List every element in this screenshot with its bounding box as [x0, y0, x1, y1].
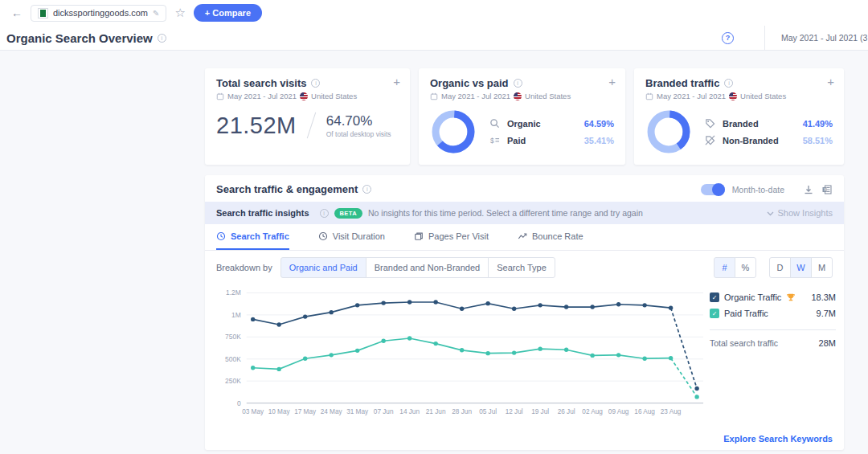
edit-icon[interactable]: [153, 9, 159, 18]
info-icon[interactable]: [514, 79, 522, 88]
legend-label: Branded: [723, 119, 785, 129]
legend-checkbox[interactable]: [710, 292, 719, 302]
data-point[interactable]: [381, 339, 385, 343]
legend-value: 9.7M: [817, 309, 836, 318]
calendar-icon: [645, 92, 653, 100]
organic-paid-donut-chart: [430, 108, 477, 155]
data-point[interactable]: [616, 302, 620, 306]
breakdown-search-type[interactable]: Search Type: [488, 257, 555, 278]
format--[interactable]: %: [735, 257, 756, 278]
breakdown-branded-and-non-branded[interactable]: Branded and Non-Branded: [366, 257, 489, 278]
show-insights-button[interactable]: Show Insights: [767, 208, 833, 218]
excel-export-icon[interactable]: X: [821, 184, 833, 195]
granularity-w[interactable]: W: [790, 257, 812, 278]
download-icon[interactable]: [803, 184, 814, 195]
data-point[interactable]: [512, 350, 516, 354]
svg-text:X: X: [824, 186, 827, 191]
card-title: Total search visits: [216, 77, 306, 89]
tab-search-traffic[interactable]: Search Traffic: [216, 224, 289, 250]
svg-text:16 Aug: 16 Aug: [634, 408, 655, 415]
add-to-dashboard-icon[interactable]: [393, 75, 400, 88]
pages-per-visit-icon: [414, 231, 424, 241]
tab-pages-per-visit[interactable]: Pages Per Visit: [414, 224, 489, 250]
data-point[interactable]: [564, 348, 568, 352]
legend-item-organic-traffic[interactable]: Organic Traffic18.3M: [710, 292, 836, 302]
back-arrow-icon[interactable]: [11, 6, 23, 19]
search-traffic-trend-chart: 0250K500K750K1M1.2M03 May10 May17 May24 …: [215, 286, 710, 423]
breakdown-organic-and-paid[interactable]: Organic and Paid: [280, 257, 366, 278]
data-point[interactable]: [329, 310, 333, 314]
tab-visit-duration[interactable]: Visit Duration: [318, 224, 385, 250]
info-icon[interactable]: [158, 34, 166, 43]
info-icon[interactable]: [320, 209, 329, 218]
format--[interactable]: #: [714, 257, 735, 278]
star-icon[interactable]: [174, 6, 185, 20]
data-point[interactable]: [485, 301, 489, 305]
total-search-traffic-value: 28M: [819, 338, 836, 348]
data-point[interactable]: [616, 353, 620, 357]
data-point[interactable]: [590, 354, 594, 358]
date-range-label: May 2021 - Jul 2021 (3 Mo: [781, 33, 868, 43]
data-point[interactable]: [407, 336, 411, 340]
metric-tabs: Search TrafficVisit DurationPages Per Vi…: [205, 224, 844, 251]
data-point[interactable]: [355, 303, 359, 307]
data-point[interactable]: [694, 387, 698, 391]
data-point[interactable]: [433, 300, 437, 304]
info-icon[interactable]: [311, 79, 320, 88]
granularity-d[interactable]: D: [769, 257, 791, 278]
card-date-range: May 2021 - Jul 2021: [227, 92, 297, 100]
insights-title: Search traffic insights: [216, 208, 309, 218]
data-point[interactable]: [538, 346, 542, 350]
svg-text:0: 0: [237, 399, 241, 407]
data-point[interactable]: [251, 317, 255, 321]
info-icon[interactable]: [724, 79, 733, 88]
svg-text:750K: 750K: [225, 333, 241, 341]
data-point[interactable]: [590, 305, 594, 309]
svg-text:05 Jul: 05 Jul: [479, 408, 497, 415]
data-point[interactable]: [460, 348, 464, 352]
data-point[interactable]: [694, 395, 698, 399]
add-to-dashboard-icon[interactable]: [827, 75, 834, 88]
tab-bounce-rate[interactable]: Bounce Rate: [518, 224, 583, 250]
data-point[interactable]: [642, 303, 646, 307]
us-flag-icon: [514, 92, 522, 100]
date-range-picker[interactable]: May 2021 - Jul 2021 (3 Mo: [765, 33, 868, 43]
data-point[interactable]: [355, 349, 359, 353]
total-search-visits-card: Total search visits May 2021 - Jul 2021 …: [205, 68, 410, 165]
data-point[interactable]: [538, 303, 542, 307]
help-icon[interactable]: [722, 32, 734, 44]
legend-label: Organic Traffic: [724, 292, 781, 302]
data-point[interactable]: [407, 300, 411, 304]
data-point[interactable]: [485, 351, 489, 355]
granularity-m[interactable]: M: [811, 257, 833, 278]
data-point[interactable]: [564, 305, 568, 309]
info-icon[interactable]: [362, 185, 371, 194]
legend-value: 64.59%: [584, 119, 614, 129]
website-chip[interactable]: dickssportinggoods.com: [31, 5, 166, 22]
card-country: United States: [525, 92, 571, 100]
data-point[interactable]: [251, 366, 255, 370]
data-point[interactable]: [277, 367, 281, 371]
data-point[interactable]: [669, 356, 673, 360]
data-point[interactable]: [460, 307, 464, 311]
legend-checkbox[interactable]: [710, 309, 719, 318]
data-point[interactable]: [381, 301, 385, 305]
data-point[interactable]: [303, 357, 307, 361]
legend-item-paid-traffic[interactable]: Paid Traffic9.7M: [710, 309, 836, 318]
search-traffic-icon: [216, 231, 226, 241]
explore-search-keywords-link[interactable]: Explore Search Keywords: [723, 434, 833, 444]
data-point[interactable]: [642, 357, 646, 361]
data-point[interactable]: [329, 353, 333, 357]
data-point[interactable]: [512, 307, 516, 311]
breakdown-row: Breakdown by Organic and PaidBranded and…: [205, 251, 844, 284]
calendar-icon: [216, 92, 224, 100]
data-point[interactable]: [433, 342, 437, 346]
topbar: dickssportinggoods.com + Compare: [0, 0, 868, 26]
data-point[interactable]: [669, 305, 673, 309]
add-to-dashboard-icon[interactable]: [608, 75, 616, 88]
data-point[interactable]: [277, 322, 281, 326]
month-to-date-toggle[interactable]: [701, 184, 725, 195]
data-point[interactable]: [303, 314, 307, 318]
legend-label: Paid Traffic: [724, 309, 768, 318]
compare-button[interactable]: + Compare: [194, 4, 262, 22]
